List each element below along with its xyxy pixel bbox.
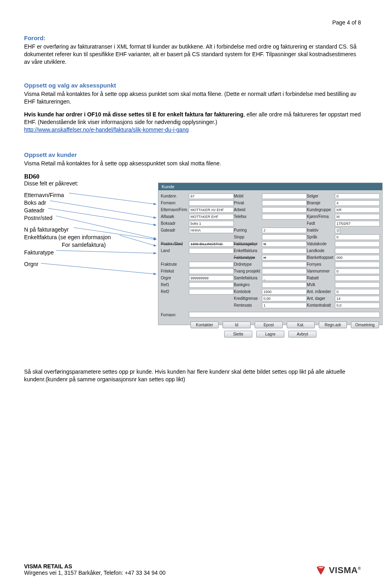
form-label: Kredittgrense (234, 296, 260, 301)
form-input[interactable] (262, 248, 307, 254)
form-label: Samlefaktura (234, 276, 260, 280)
form-input[interactable]: boks 1 (189, 221, 234, 226)
form-input[interactable]: 0 (335, 193, 380, 199)
form-label: Tvang prosjekt (234, 269, 260, 273)
form-input[interactable] (262, 207, 307, 213)
form-label: Gateadr (161, 228, 187, 232)
heading-forord: Forord: (24, 35, 361, 41)
field-postnr: Postnr/sted (24, 214, 140, 222)
form-input[interactable]: J (262, 228, 307, 233)
form-label: Ant. dager (307, 296, 333, 301)
form-input[interactable]: MOTTAKER AV EHF (189, 207, 234, 213)
field-fakturagebyr: N på fakturagebyr (24, 226, 140, 234)
form-button[interactable]: Regn.adr (319, 321, 347, 328)
form-input[interactable] (335, 241, 380, 247)
form-input[interactable]: 0,00 (262, 296, 307, 301)
form-label: Telefax (234, 214, 260, 219)
form-input[interactable]: 1396 BILLINGSTAD (189, 241, 234, 247)
form-input[interactable]: 0,0 (335, 303, 380, 308)
visma-logo-text: VISMA® (329, 565, 361, 576)
page-number: Page 4 of 8 (24, 19, 361, 26)
form-label: Fakturatype (234, 255, 260, 260)
form-input[interactable]: 1500 (262, 289, 307, 295)
form-input[interactable] (189, 262, 234, 267)
form-label: Fornavn (161, 201, 187, 205)
form-label: Fritekst (161, 269, 187, 273)
kunde-form-window: Kunde Kundenr.67FornavnEtternavn/FirmaMO… (158, 183, 383, 325)
kunde-col1: Kundenr.67FornavnEtternavn/FirmaMOTTAKER… (161, 193, 234, 309)
form-input[interactable] (335, 282, 380, 288)
form-button[interactable]: Omsetning (351, 321, 379, 328)
form-input[interactable] (189, 289, 234, 295)
field-boksadr: Boks adr (24, 199, 140, 207)
form-input[interactable] (262, 214, 307, 220)
form-label: Rabatt (307, 276, 333, 280)
form-input[interactable] (262, 234, 307, 240)
form-label: Ref1 (161, 283, 187, 287)
field-enkeltfaktura-a: Enkeltfaktura (se egen informasjon (24, 234, 140, 241)
form-button[interactable]: Avbryt (288, 331, 316, 338)
kunde-bottom-input[interactable] (189, 312, 380, 317)
form-input[interactable]: M (335, 214, 380, 220)
heading-aksesspunkt: Oppsett og valg av aksesspunkt (24, 82, 361, 89)
form-input[interactable]: 14 (335, 296, 380, 301)
form-input[interactable]: N (262, 241, 307, 247)
bottom-paragraph: Så skal overføringsparametere settes opp… (24, 368, 361, 383)
form-input[interactable] (189, 282, 234, 288)
form-input[interactable] (262, 282, 307, 288)
form-input[interactable] (335, 248, 380, 254)
form-label: Postnr./Sted (161, 242, 187, 246)
form-button[interactable]: Kat. (287, 321, 315, 328)
aksesspunkt-link[interactable]: http://www.anskaffelser.no/e-handel/fakt… (24, 126, 189, 133)
form-input[interactable] (189, 269, 234, 274)
form-input[interactable] (189, 200, 234, 206)
form-input[interactable] (262, 193, 307, 199)
form-input[interactable]: KR (335, 207, 380, 213)
form-input[interactable]: 67 (189, 193, 234, 199)
kunde-col2: MobilPrivatArbeidTelefaxPurringJStoppFak… (234, 193, 307, 309)
heading-kunder: Oppsett av kunder (24, 151, 361, 158)
form-input[interactable] (262, 269, 307, 274)
form-label: Arbeid (234, 208, 260, 212)
form-input[interactable]: 4 (335, 200, 380, 206)
form-input[interactable]: 000 (335, 255, 380, 260)
form-input[interactable]: MOTTAKER EHF (189, 214, 234, 220)
form-label: Land (161, 248, 187, 253)
form-input[interactable] (262, 200, 307, 206)
form-label: Språk (307, 235, 333, 239)
form-input[interactable] (335, 275, 380, 281)
form-label: Kontantrabatt (307, 303, 333, 307)
form-input[interactable]: 999999999 (189, 275, 234, 281)
form-button[interactable]: Epost (255, 321, 283, 328)
form-input[interactable]: 17/02/67 (335, 221, 380, 226)
form-label: Valutakode (307, 242, 333, 246)
form-input[interactable]: 0 (335, 234, 380, 240)
form-button[interactable]: Slette (224, 331, 252, 338)
form-label: Kundegruppe (307, 208, 333, 212)
form-label: Varenummer (307, 269, 333, 273)
form-label: Kontobok (234, 289, 260, 294)
form-button[interactable]: Lagre (256, 331, 284, 338)
form-label: Kjønn/Firma (307, 214, 333, 219)
form-input[interactable]: _ (262, 275, 307, 281)
form-input[interactable] (335, 262, 380, 267)
form-input[interactable]: 1 (262, 303, 307, 308)
form-input[interactable]: 0 (335, 289, 380, 295)
form-input[interactable] (262, 262, 307, 267)
form-input[interactable]: H (262, 255, 307, 260)
form-input[interactable]: ☑ (335, 228, 340, 233)
form-button[interactable]: Id (223, 321, 251, 328)
aksesspunkt-p2: Hvis kunde har ordrer i OF10 må disse se… (24, 111, 361, 134)
form-label: Bransje (307, 201, 333, 205)
form-input[interactable]: HHHA (189, 228, 234, 233)
form-input[interactable] (189, 248, 234, 254)
visma-logo: VISMA® (315, 565, 361, 576)
form-label: Ordretype (234, 262, 260, 267)
field-orgnr: Orgnr (24, 260, 140, 268)
form-input[interactable]: 0 (335, 269, 380, 274)
visma-logo-icon (315, 565, 326, 576)
form-label: Blankettoppsett (307, 255, 333, 260)
form-button[interactable]: Kontakter (190, 321, 219, 328)
forord-paragraph: EHF er overføring av fakturatranser i XM… (24, 43, 361, 66)
form-label: Født (307, 221, 333, 226)
